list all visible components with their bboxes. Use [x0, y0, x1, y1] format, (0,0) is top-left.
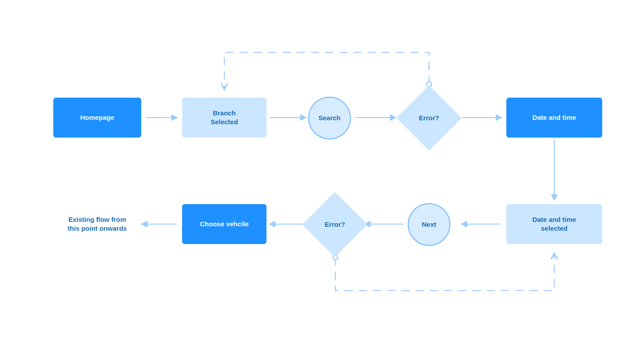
- node-label: Date and time selected: [533, 215, 576, 233]
- edge-error1-loopback: [224, 52, 429, 89]
- node-error1: Error?: [406, 95, 452, 141]
- node-label: Search: [318, 114, 341, 122]
- node-date-time: Date and time: [506, 98, 602, 138]
- node-label: Date and time: [533, 113, 576, 122]
- node-search: Search: [308, 97, 351, 139]
- node-branch-selected: Branch Selected: [182, 98, 266, 138]
- node-label: Existing flow from this point onwards: [68, 215, 127, 233]
- node-date-time-selected: Date and time selected: [506, 204, 602, 244]
- node-label: Branch Selected: [211, 109, 238, 127]
- node-next: Next: [408, 203, 450, 246]
- node-choose-vehicle: Choose vehcile: [182, 204, 266, 244]
- node-existing-flow: Existing flow from this point onwards: [53, 212, 141, 236]
- node-label: Homepage: [80, 113, 115, 122]
- connectors: [0, 0, 644, 343]
- edge-error2-loopback: [335, 254, 554, 291]
- node-error2: Error?: [312, 201, 358, 248]
- node-label: Choose vehcile: [200, 220, 249, 229]
- node-label: Next: [422, 220, 437, 229]
- node-homepage: Homepage: [53, 98, 141, 138]
- flow-diagram: Homepage Branch Selected Search Error? D…: [0, 0, 644, 343]
- node-label: Error?: [325, 220, 345, 229]
- node-label: Error?: [419, 114, 439, 122]
